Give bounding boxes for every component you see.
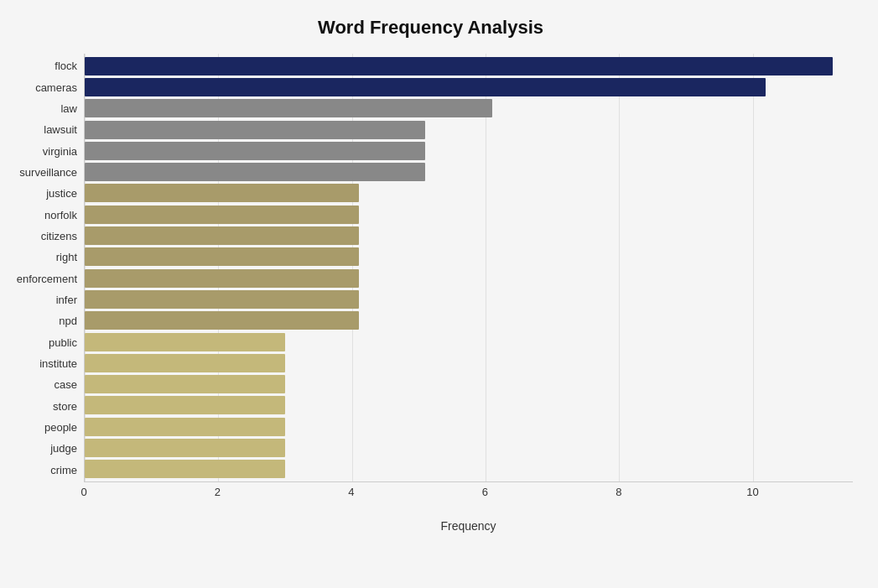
y-label: npd (59, 310, 77, 331)
bar-row (85, 55, 853, 76)
y-label: lawsuit (44, 119, 77, 140)
y-label: people (44, 417, 77, 438)
y-label: crime (50, 460, 77, 481)
y-label: law (60, 98, 77, 119)
x-tick-label: 6 (482, 486, 488, 498)
bar-row (85, 204, 853, 225)
bar-row (85, 331, 853, 352)
x-tick-label: 8 (616, 486, 621, 498)
bar (85, 396, 285, 414)
bar (85, 418, 285, 436)
bar (85, 333, 285, 351)
y-label: norfolk (44, 204, 77, 225)
bar (85, 163, 425, 181)
x-tick-label: 4 (348, 486, 354, 498)
y-label: public (49, 331, 77, 352)
bar-row (85, 98, 853, 119)
bar-row (85, 76, 853, 97)
y-label: right (56, 247, 77, 268)
bar (85, 375, 285, 393)
bar-row (85, 395, 853, 416)
y-axis: flockcameraslawlawsuitvirginiasurveillan… (8, 54, 84, 482)
y-label: store (53, 396, 77, 417)
bar-row (85, 225, 853, 246)
y-label: infer (56, 289, 77, 310)
bar-row (85, 416, 853, 437)
bar-row (85, 247, 853, 268)
bar (85, 206, 359, 224)
bar-row (85, 161, 853, 182)
y-label: institute (39, 353, 77, 374)
bar-row (85, 183, 853, 204)
y-label: cameras (35, 76, 77, 97)
bar (85, 311, 359, 330)
x-tick-label: 2 (215, 486, 221, 498)
bar (85, 460, 285, 478)
y-label: case (55, 374, 77, 395)
bar (85, 121, 425, 139)
bar-row (85, 373, 853, 394)
bar-row (85, 459, 853, 480)
x-tick-label: 10 (746, 486, 758, 498)
y-label: enforcement (17, 268, 77, 289)
chart-container: Word Frequency Analysis flockcameraslawl… (0, 0, 878, 588)
x-axis: 0246810 (84, 482, 853, 499)
bar (85, 226, 359, 245)
bar-row (85, 289, 853, 310)
bar-row (85, 437, 853, 458)
y-label: citizens (41, 226, 77, 247)
bar (85, 354, 285, 372)
x-axis-title: Frequency (84, 519, 853, 533)
y-label: surveillance (19, 162, 77, 183)
chart-title: Word Frequency Analysis (8, 17, 853, 39)
bar (85, 184, 359, 202)
x-tick-label: 0 (81, 486, 86, 498)
bar-row (85, 310, 853, 331)
bar (85, 142, 425, 160)
y-label: virginia (43, 140, 77, 161)
y-label: judge (50, 438, 77, 459)
bar (85, 57, 833, 75)
bar-row (85, 352, 853, 373)
bar-row (85, 140, 853, 161)
bar (85, 290, 359, 309)
bar (85, 269, 359, 288)
bar-row (85, 268, 853, 289)
bar (85, 439, 285, 457)
chart-area: flockcameraslawlawsuitvirginiasurveillan… (8, 54, 853, 482)
bar-row (85, 119, 853, 140)
plot-area (84, 54, 853, 482)
bar (85, 78, 766, 96)
bar (85, 99, 492, 117)
y-label: flock (55, 55, 77, 76)
bar (85, 247, 359, 266)
y-label: justice (46, 183, 77, 204)
